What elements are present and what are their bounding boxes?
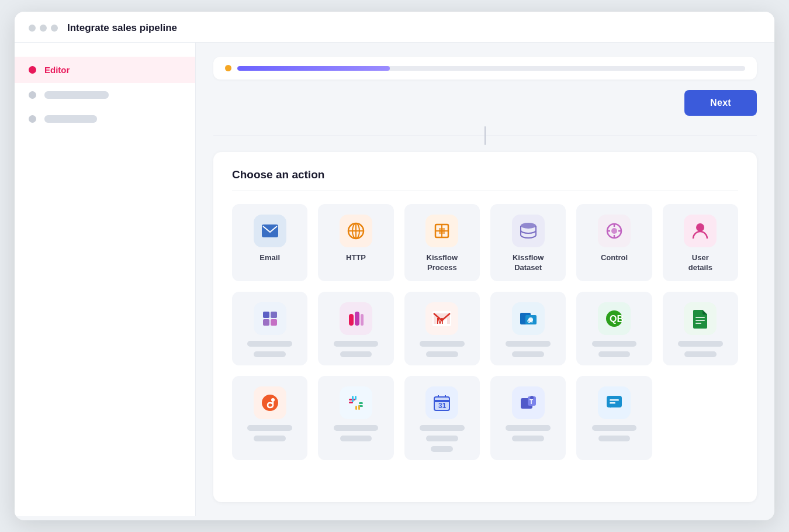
row2-label5-line1 (592, 341, 637, 347)
http-icon (340, 215, 372, 247)
svg-text:T: T (530, 399, 533, 405)
dot-1 (29, 25, 36, 32)
svg-rect-45 (358, 405, 360, 410)
sidebar: Editor (15, 43, 196, 516)
svg-rect-17 (263, 312, 269, 318)
email-label: Email (259, 253, 280, 263)
sidebar-label-editor: Editor (44, 65, 70, 75)
svg-point-36 (271, 398, 275, 402)
app-window: Integrate sales pipeline Editor (15, 12, 774, 520)
traffic-lights (29, 25, 58, 32)
sidebar-item-editor[interactable]: Editor (15, 57, 195, 83)
sidebar-dot-3 (29, 115, 36, 123)
row3-label2-line1 (334, 425, 379, 431)
action-card-hubspot[interactable] (232, 376, 307, 460)
row2-label4-line1 (506, 341, 551, 347)
svg-rect-41 (352, 396, 354, 402)
row3-label3-line3 (431, 446, 453, 452)
control-label: Control (601, 253, 628, 263)
divider-line-left (213, 136, 485, 136)
row3-label5-line2 (598, 436, 631, 441)
action-card-gmail[interactable]: M (404, 292, 480, 365)
teams-icon: T (512, 386, 545, 419)
svg-text:Ol: Ol (527, 318, 533, 324)
svg-rect-42 (359, 402, 363, 404)
user-details-label: Userdetails (688, 253, 712, 273)
svg-rect-44 (355, 406, 357, 410)
svg-rect-32 (695, 317, 705, 318)
svg-rect-23 (361, 314, 364, 326)
svg-point-9 (521, 223, 536, 229)
action-card-user[interactable]: Userdetails (663, 204, 738, 281)
slack-icon (340, 386, 372, 419)
action-card-monday[interactable] (318, 292, 393, 365)
row2-label5-line2 (598, 351, 631, 357)
progress-track (237, 66, 745, 71)
http-label: HTTP (346, 253, 366, 263)
row2-label6-line1 (678, 341, 723, 347)
kf-dataset-label: KissflowDataset (513, 253, 544, 273)
kf-process-icon (425, 215, 458, 247)
row2-label2-line1 (334, 341, 379, 347)
sheets-icon (684, 302, 717, 335)
chat-icon (598, 386, 631, 419)
gmail-icon: M (425, 302, 458, 335)
row3-label1-line2 (254, 436, 286, 441)
svg-rect-33 (695, 320, 705, 321)
action-card-qbo[interactable]: QB (576, 292, 652, 365)
row3-label4-line1 (506, 425, 551, 431)
email-icon (254, 215, 286, 247)
svg-rect-19 (263, 319, 269, 326)
row2-label3-line1 (420, 341, 465, 347)
svg-text:M: M (437, 316, 444, 326)
row2-label3-line2 (426, 351, 458, 357)
action-card-sheets[interactable] (663, 292, 738, 365)
svg-rect-40 (355, 396, 357, 400)
svg-rect-22 (355, 312, 359, 326)
actions-grid: Email HTTP (232, 204, 738, 460)
row3-label1-line1 (247, 425, 292, 431)
svg-rect-0 (262, 224, 278, 237)
msft-icon (254, 302, 286, 335)
action-card-http[interactable]: HTTP (318, 204, 393, 281)
next-button[interactable]: Next (684, 90, 757, 116)
action-card-kf-process[interactable]: KissflowProcess (404, 204, 480, 281)
content-area: Editor Next (15, 43, 774, 516)
svg-point-55 (530, 396, 534, 399)
action-card-control[interactable]: Control (576, 204, 652, 281)
dot-2 (40, 25, 47, 32)
row2-label4-line2 (512, 351, 544, 357)
monday-icon (340, 302, 372, 335)
kf-process-label: KissflowProcess (427, 253, 458, 273)
svg-point-16 (696, 223, 704, 232)
action-card-email[interactable]: Email (232, 204, 307, 281)
action-card-outlook[interactable]: Ol (490, 292, 566, 365)
action-card-msft[interactable] (232, 292, 307, 365)
action-card-slack[interactable] (318, 376, 393, 460)
row2-label2-line2 (340, 351, 372, 357)
action-card-kf-dataset[interactable]: KissflowDataset (490, 204, 566, 281)
divider-row (213, 126, 757, 145)
progress-bar-wrap (213, 57, 757, 80)
action-card-teams[interactable]: T (490, 376, 566, 460)
sidebar-item-3[interactable] (15, 107, 195, 131)
title-bar: Integrate sales pipeline (15, 12, 774, 43)
kf-dataset-icon (512, 215, 545, 247)
row3-label5-line1 (592, 425, 637, 431)
main-content: Next Choose an action (196, 43, 774, 516)
user-icon (684, 215, 717, 247)
dot-3 (51, 25, 58, 32)
row2-label1-line2 (254, 351, 286, 357)
action-card-calendar[interactable]: 31 (404, 376, 480, 460)
svg-text:31: 31 (438, 402, 447, 410)
row2-label1-line1 (247, 341, 292, 347)
svg-rect-21 (349, 314, 354, 326)
svg-rect-20 (271, 319, 277, 326)
calendar-icon: 31 (425, 386, 458, 419)
sidebar-item-2[interactable] (15, 83, 195, 107)
action-card-chat[interactable] (576, 376, 652, 460)
sidebar-dot-active (29, 66, 36, 74)
control-icon (598, 215, 631, 247)
svg-text:QB: QB (610, 314, 624, 324)
outlook-icon: Ol (512, 302, 545, 335)
